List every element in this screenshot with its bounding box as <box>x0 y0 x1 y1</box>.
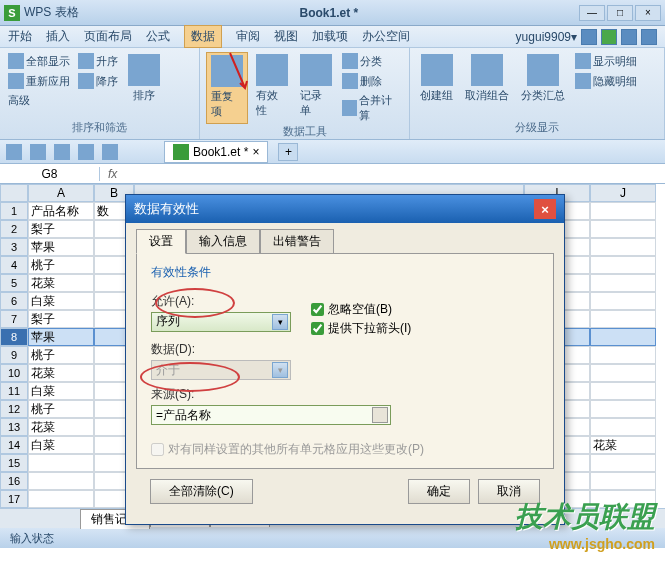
name-box[interactable]: G8 <box>0 167 100 181</box>
show-detail[interactable]: 显示明细 <box>573 52 639 70</box>
cell[interactable]: 花菜 <box>28 418 94 436</box>
cell[interactable]: 花菜 <box>590 436 656 454</box>
validation-button[interactable]: 有效性 <box>252 52 292 124</box>
cell[interactable]: 桃子 <box>28 256 94 274</box>
cell[interactable] <box>590 472 656 490</box>
menu-review[interactable]: 审阅 <box>236 28 260 45</box>
clear-all-button[interactable]: 全部清除(C) <box>150 479 253 504</box>
row-header[interactable]: 3 <box>0 238 28 256</box>
allow-combo[interactable]: 序列 ▾ <box>151 312 291 332</box>
dropdown-checkbox[interactable]: 提供下拉箭头(I) <box>311 320 411 337</box>
row-header[interactable]: 15 <box>0 454 28 472</box>
advanced[interactable]: 高级 <box>6 92 72 109</box>
menu-data[interactable]: 数据 <box>184 25 222 48</box>
close-button[interactable]: × <box>635 5 661 21</box>
cell[interactable]: 苹果 <box>28 238 94 256</box>
cell[interactable]: 白菜 <box>28 436 94 454</box>
consolidate[interactable]: 合并计算 <box>340 92 403 124</box>
dialog-close-button[interactable]: × <box>534 199 556 219</box>
chevron-down-icon[interactable]: ▾ <box>272 314 288 330</box>
row-header[interactable]: 12 <box>0 400 28 418</box>
cell[interactable] <box>590 220 656 238</box>
cell[interactable]: 桃子 <box>28 400 94 418</box>
record-button[interactable]: 记录单 <box>296 52 336 124</box>
cell[interactable] <box>590 256 656 274</box>
ungroup-button[interactable]: 取消组合 <box>461 52 513 120</box>
document-tab[interactable]: Book1.et * × <box>164 141 268 163</box>
cell[interactable] <box>590 346 656 364</box>
sort-desc[interactable]: 降序 <box>76 72 120 90</box>
col-header[interactable]: J <box>590 184 656 202</box>
add-tab[interactable]: + <box>278 143 298 161</box>
menu-insert[interactable]: 插入 <box>46 28 70 45</box>
col-header[interactable]: A <box>28 184 94 202</box>
del-dup[interactable]: 删除 <box>340 72 403 90</box>
cell[interactable] <box>590 454 656 472</box>
cell[interactable] <box>590 238 656 256</box>
cell[interactable] <box>590 400 656 418</box>
row-header[interactable]: 1 <box>0 202 28 220</box>
cell[interactable]: 产品名称 <box>28 202 94 220</box>
qat-undo[interactable] <box>100 143 120 161</box>
cell[interactable] <box>590 418 656 436</box>
qat-save[interactable] <box>52 143 72 161</box>
sort-asc[interactable]: 升序 <box>76 52 120 70</box>
menu-page-layout[interactable]: 页面布局 <box>84 28 132 45</box>
cell[interactable]: 花菜 <box>28 364 94 382</box>
row-header[interactable]: 13 <box>0 418 28 436</box>
reapply[interactable]: 重新应用 <box>6 72 72 90</box>
select-all-corner[interactable] <box>0 184 28 202</box>
cell[interactable] <box>28 490 94 508</box>
cell[interactable]: 白菜 <box>28 382 94 400</box>
classify[interactable]: 分类 <box>340 52 403 70</box>
cell[interactable] <box>590 310 656 328</box>
range-picker-icon[interactable] <box>372 407 388 423</box>
menu-addins[interactable]: 加载项 <box>312 28 348 45</box>
minimize-button[interactable]: — <box>579 5 605 21</box>
cell[interactable] <box>590 292 656 310</box>
row-header[interactable]: 16 <box>0 472 28 490</box>
cell[interactable]: 苹果 <box>28 328 94 346</box>
menu-workspace[interactable]: 办公空间 <box>362 28 410 45</box>
row-header[interactable]: 9 <box>0 346 28 364</box>
d-icon[interactable] <box>601 29 617 45</box>
menu-view[interactable]: 视图 <box>274 28 298 45</box>
row-header[interactable]: 2 <box>0 220 28 238</box>
dialog-title-bar[interactable]: 数据有效性 × <box>126 195 564 223</box>
fx-label[interactable]: fx <box>100 167 125 181</box>
row-header[interactable]: 5 <box>0 274 28 292</box>
row-header[interactable]: 4 <box>0 256 28 274</box>
qat-new[interactable] <box>4 143 24 161</box>
maximize-button[interactable]: □ <box>607 5 633 21</box>
row-header[interactable]: 8 <box>0 328 28 346</box>
hide-detail[interactable]: 隐藏明细 <box>573 72 639 90</box>
ok-button[interactable]: 确定 <box>408 479 470 504</box>
create-group-button[interactable]: 创建组 <box>416 52 457 120</box>
tab-settings[interactable]: 设置 <box>136 229 186 254</box>
qat-open[interactable] <box>28 143 48 161</box>
cell[interactable] <box>590 382 656 400</box>
cell[interactable] <box>590 202 656 220</box>
duplicates-button[interactable]: 重复项 <box>206 52 248 124</box>
tab-error-alert[interactable]: 出错警告 <box>260 229 334 254</box>
cell[interactable]: 桃子 <box>28 346 94 364</box>
row-header[interactable]: 14 <box>0 436 28 454</box>
cell[interactable] <box>28 472 94 490</box>
source-input[interactable]: =产品名称 <box>151 405 391 425</box>
user-menu[interactable]: yugui9909▾ <box>516 30 577 44</box>
row-header[interactable]: 6 <box>0 292 28 310</box>
cell[interactable] <box>590 274 656 292</box>
ignore-blank-checkbox[interactable]: 忽略空值(B) <box>311 301 411 318</box>
help-icon[interactable] <box>581 29 597 45</box>
tab-close-icon[interactable]: × <box>252 145 259 159</box>
cell[interactable] <box>28 454 94 472</box>
cell[interactable]: 梨子 <box>28 310 94 328</box>
cell[interactable] <box>590 328 656 346</box>
qat-print[interactable] <box>76 143 96 161</box>
row-header[interactable]: 10 <box>0 364 28 382</box>
tab-input-message[interactable]: 输入信息 <box>186 229 260 254</box>
sort-button[interactable]: 排序 <box>124 52 164 120</box>
row-header[interactable]: 11 <box>0 382 28 400</box>
menu-start[interactable]: 开始 <box>8 28 32 45</box>
row-header[interactable]: 7 <box>0 310 28 328</box>
